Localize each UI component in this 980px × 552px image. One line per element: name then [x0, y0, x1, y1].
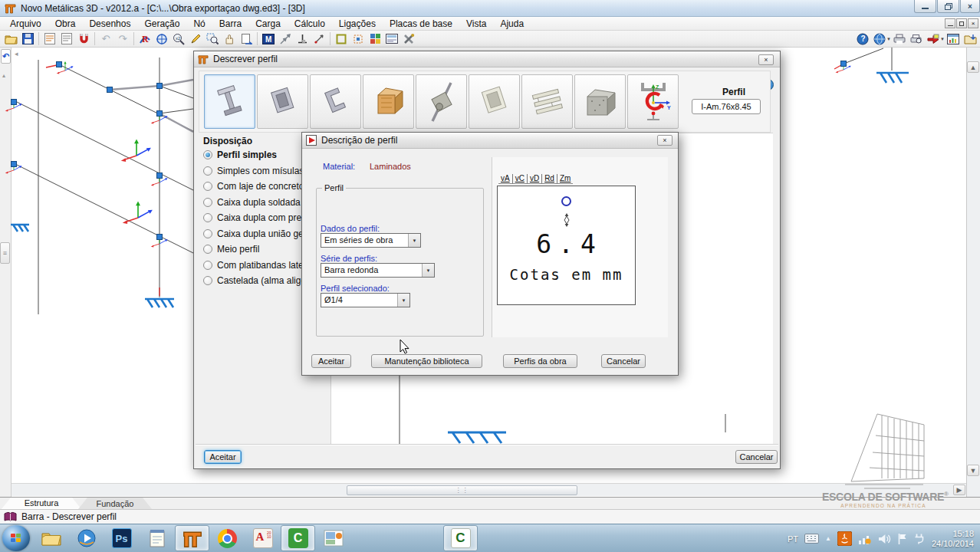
dropdown-arrow-icon[interactable]: ▼	[408, 234, 420, 247]
clock[interactable]: 15:18 24/10/2014	[932, 529, 974, 549]
taskbar-metalicas-3d[interactable]	[175, 525, 209, 551]
menu-item-no[interactable]: Nó	[186, 17, 212, 31]
menu-item-calculo[interactable]: Cálculo	[288, 17, 332, 31]
perfil-value-button[interactable]: I-Am.76x8.45	[692, 99, 761, 114]
menu-item-placas-de-base[interactable]: Placas de base	[383, 17, 459, 31]
show-hidden-icons[interactable]: ▲	[825, 535, 831, 542]
menu-item-barra[interactable]: Barra	[212, 17, 248, 31]
profile-type-cold-formed-section[interactable]	[310, 74, 361, 129]
pan-hand-icon[interactable]	[221, 31, 238, 47]
radio-perfil-simples[interactable]	[203, 150, 212, 159]
describe-profile-titlebar[interactable]: Descrever perfil	[194, 51, 780, 67]
accept-button[interactable]: Aceitar	[204, 450, 242, 464]
snap-magnet-icon[interactable]	[75, 31, 92, 47]
taskbar-autocad[interactable]: A2010	[245, 525, 280, 551]
taskbar-windows-explorer[interactable]	[34, 525, 68, 551]
view-button-vc[interactable]: vC	[513, 174, 528, 183]
mdi-restore-button[interactable]	[956, 18, 967, 28]
views-icon[interactable]	[383, 31, 400, 47]
profile-type-generic-tube[interactable]	[469, 74, 520, 129]
web-globe-icon[interactable]	[871, 31, 888, 47]
menu-item-arquivo[interactable]: Arquivo	[3, 17, 48, 31]
profile-series-select[interactable]: Barra redonda ▼	[321, 263, 435, 278]
taskbar-photoshop[interactable]: Ps	[104, 525, 139, 551]
taskbar-camtasia-studio[interactable]: C	[281, 525, 315, 551]
view-button-zm[interactable]: Zm	[557, 174, 573, 183]
volume-icon[interactable]	[878, 534, 891, 544]
restore-button[interactable]	[937, 0, 959, 13]
cancel-button[interactable]: Cancelar	[735, 450, 778, 464]
radio-caixa-dupla-uniao-generica[interactable]	[203, 229, 212, 238]
radio-caixa-dupla-soldada[interactable]	[203, 198, 212, 207]
dropdown-arrow-icon[interactable]: ▼	[397, 294, 409, 307]
selected-profile-select[interactable]: Ø1/4 ▼	[321, 293, 410, 307]
export-icon[interactable]	[925, 31, 942, 47]
tab-fundacao[interactable]: Fundação	[78, 498, 152, 509]
view-button-rd[interactable]: Rd	[542, 174, 557, 183]
redo-icon[interactable]: ↷	[114, 31, 131, 47]
scroll-right-icon[interactable]: ▶	[953, 485, 965, 495]
new-rect-icon[interactable]	[333, 31, 350, 47]
menu-item-carga[interactable]: Carga	[248, 17, 288, 31]
menu-item-obra[interactable]: Obra	[48, 17, 83, 31]
taskbar-media-player[interactable]	[69, 525, 104, 551]
profile-type-section-orientation[interactable]: ZY	[627, 74, 679, 129]
radio-meio-perfil[interactable]	[203, 245, 212, 254]
profile-type-timber-section[interactable]	[363, 74, 414, 129]
open-icon[interactable]	[2, 31, 19, 47]
print-icon[interactable]	[891, 31, 908, 47]
redraw-icon[interactable]: R	[136, 31, 153, 47]
tab-estrutura[interactable]: Estrutura	[2, 498, 81, 509]
new-sheet-icon[interactable]	[238, 31, 255, 47]
radio-castelada[interactable]	[203, 276, 212, 285]
library-maintenance-button[interactable]: Manutenção biblioteca	[371, 354, 482, 368]
scroll-down-icon[interactable]: ▼	[967, 465, 979, 476]
radio-com-platibandas-laterais[interactable]	[203, 261, 212, 270]
edit-rect-icon[interactable]	[350, 31, 367, 47]
start-button[interactable]	[2, 525, 30, 551]
taskbar-photo-viewer[interactable]	[316, 525, 350, 551]
profile-type-concrete-section[interactable]	[574, 74, 626, 129]
radio-caixa-dupla-com-presilhas[interactable]	[203, 213, 212, 222]
zoom-x2-icon[interactable]: x2	[170, 31, 187, 47]
radio-label[interactable]: Meio perfil	[217, 244, 259, 255]
network-icon[interactable]	[858, 533, 872, 544]
accept-button[interactable]: Aceitar	[311, 354, 351, 368]
dropdown-arrow-icon[interactable]: ▼	[422, 264, 434, 277]
dialog-close-button[interactable]: ×	[758, 54, 774, 65]
edit-pencil-icon[interactable]	[187, 31, 204, 47]
dialog-close-button[interactable]: ×	[657, 135, 673, 146]
menu-item-ajuda[interactable]: Ajuda	[493, 17, 531, 31]
menu-item-vista[interactable]: Vista	[459, 17, 493, 31]
mdi-close-button[interactable]: ×	[968, 18, 978, 28]
move-icon[interactable]	[277, 31, 294, 47]
remove-hardware-icon[interactable]	[913, 533, 926, 545]
radio-com-laje-de-concreto[interactable]	[203, 182, 212, 191]
tools-icon[interactable]	[400, 31, 417, 47]
cancel-button[interactable]: Cancelar	[601, 354, 646, 368]
angle-line-icon[interactable]	[311, 31, 327, 47]
close-button[interactable]: ×	[960, 0, 980, 13]
radio-label[interactable]: Simples com mísulas	[217, 166, 304, 176]
menu-item-geracao[interactable]: Geração	[137, 17, 186, 31]
profile-data-select[interactable]: Em séries de obra ▼	[321, 233, 421, 248]
mdi-minimize-button[interactable]	[945, 18, 955, 28]
grid-icon[interactable]	[367, 31, 383, 47]
view-button-va[interactable]: vA	[498, 174, 513, 183]
view-button-vd[interactable]: vD	[528, 174, 542, 183]
undo-icon[interactable]: ↶	[97, 31, 114, 47]
profile-type-steel-i-section[interactable]	[204, 74, 255, 129]
profile-type-tie-rod[interactable]	[416, 74, 467, 129]
menu-item-desenhos[interactable]: Desenhos	[82, 17, 137, 31]
profile-description-titlebar[interactable]: Descrição de perfil	[302, 133, 678, 149]
vertical-scrollbar[interactable]: ▲ ▼	[966, 48, 980, 497]
scroll-up-icon[interactable]: ▲	[967, 61, 979, 73]
rail-up-icon[interactable]: ▴	[2, 72, 5, 79]
taskbar-chrome[interactable]	[210, 525, 245, 551]
search-window-icon[interactable]: M	[260, 31, 277, 47]
menu-item-ligacoes[interactable]: Ligações	[332, 17, 383, 31]
radio-label[interactable]: Caixa dupla soldada	[217, 197, 301, 208]
orbit-icon[interactable]	[153, 31, 170, 47]
help-icon[interactable]: ?	[854, 31, 871, 47]
radio-simples-com-misulas[interactable]	[203, 166, 212, 176]
